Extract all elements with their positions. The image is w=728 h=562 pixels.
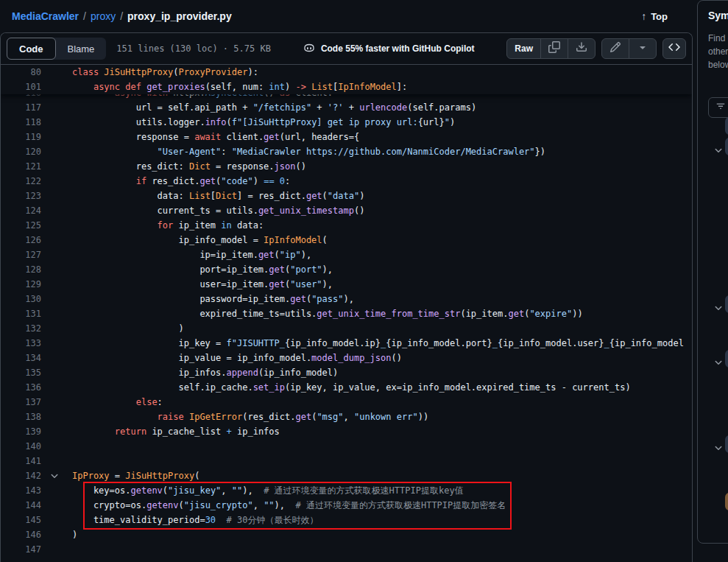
code-text: expired_time_ts=utils.get_unix_time_from… bbox=[72, 306, 692, 321]
code-text: time_validity_period=30 # 30分钟（最长时效） bbox=[72, 513, 692, 527]
code-viewport: 116 async with httpx.AsyncClient() as cl… bbox=[1, 65, 692, 562]
gutter-spacer bbox=[41, 336, 72, 351]
symbols-toggle-button[interactable] bbox=[662, 38, 686, 59]
code-line-120: 120 "User-Agent": "MediaCrawler https://… bbox=[1, 144, 692, 159]
code-text: ) bbox=[72, 321, 692, 336]
gutter-spacer bbox=[41, 483, 72, 498]
code-line-145: 145 time_validity_period=30 # 30分钟（最长时效） bbox=[1, 513, 692, 527]
code-line-132: 132 ) bbox=[1, 321, 692, 336]
code-text: async def get_proxies(self, num: int) ->… bbox=[72, 80, 692, 94]
raw-button[interactable]: Raw bbox=[507, 39, 540, 58]
symbol-item[interactable] bbox=[698, 295, 728, 313]
symbol-item[interactable] bbox=[698, 138, 728, 155]
breadcrumb-repo-link[interactable]: MediaCrawler bbox=[12, 10, 79, 22]
line-number[interactable]: 140 bbox=[1, 439, 41, 454]
line-number[interactable]: 124 bbox=[1, 203, 41, 218]
code-text: if res_dict.get("code") == 0: bbox=[72, 174, 692, 189]
line-number[interactable]: 122 bbox=[1, 174, 41, 189]
line-number[interactable]: 133 bbox=[1, 336, 41, 351]
line-number[interactable]: 138 bbox=[1, 410, 41, 424]
line-number[interactable]: 130 bbox=[1, 292, 41, 306]
symbols-filter-input[interactable] bbox=[708, 97, 728, 118]
symbol-item[interactable] bbox=[698, 435, 728, 453]
line-number[interactable]: 147 bbox=[1, 542, 41, 557]
gutter-spacer bbox=[41, 159, 72, 174]
gutter-spacer bbox=[41, 513, 72, 527]
line-number[interactable]: 119 bbox=[1, 130, 41, 144]
code-line-144: 144 crypto=os.getenv("jisu_crypto", ""),… bbox=[1, 498, 692, 513]
line-number[interactable]: 144 bbox=[1, 498, 41, 513]
pencil-icon bbox=[609, 41, 621, 56]
line-number[interactable]: 132 bbox=[1, 321, 41, 336]
line-number[interactable]: 134 bbox=[1, 351, 41, 365]
line-number[interactable]: 128 bbox=[1, 262, 41, 277]
edit-group bbox=[601, 38, 657, 59]
code-line-119: 119 response = await client.get(url, hea… bbox=[1, 130, 692, 144]
collapse-chevron-icon[interactable] bbox=[41, 468, 72, 483]
line-number[interactable]: 129 bbox=[1, 277, 41, 292]
breadcrumb-folder-link[interactable]: proxy bbox=[91, 10, 116, 22]
back-to-top-link[interactable]: ↑ Top bbox=[641, 0, 668, 32]
tab-code[interactable]: Code bbox=[7, 38, 56, 60]
symbol-item-highlight bbox=[725, 493, 728, 510]
copilot-banner[interactable]: Code 55% faster with GitHub Copilot bbox=[303, 42, 475, 56]
gutter-spacer bbox=[41, 454, 72, 468]
gutter-spacer bbox=[41, 498, 72, 513]
line-number[interactable]: 146 bbox=[1, 527, 41, 542]
line-number[interactable]: 101 bbox=[1, 80, 41, 94]
copilot-icon bbox=[303, 42, 315, 56]
line-number[interactable]: 139 bbox=[1, 424, 41, 439]
line-number[interactable]: 145 bbox=[1, 513, 41, 527]
line-number[interactable]: 80 bbox=[1, 65, 41, 80]
code-text: ip=ip_item.get("ip"), bbox=[72, 247, 692, 262]
code-text: password=ip_item.get("pass"), bbox=[72, 292, 692, 306]
gutter-spacer bbox=[41, 233, 72, 247]
gutter-spacer bbox=[41, 262, 72, 277]
copy-button[interactable] bbox=[540, 39, 568, 58]
gutter-spacer bbox=[41, 203, 72, 218]
code-blame-switcher: Code Blame bbox=[7, 38, 106, 60]
gutter-spacer bbox=[41, 218, 72, 233]
line-number[interactable]: 127 bbox=[1, 247, 41, 262]
line-number[interactable]: 142 bbox=[1, 468, 41, 483]
breadcrumb: MediaCrawler / proxy / proxy_ip_provider… bbox=[0, 0, 728, 32]
code-text: return ip_cache_list + ip_infos bbox=[72, 424, 692, 439]
symbols-panel: Symbols Find definitions and references … bbox=[697, 0, 728, 544]
code-text: response = await client.get(url, headers… bbox=[72, 130, 692, 144]
line-number[interactable]: 123 bbox=[1, 189, 41, 203]
line-number[interactable]: 120 bbox=[1, 144, 41, 159]
code-line-127: 127 ip=ip_item.get("ip"), bbox=[1, 247, 692, 262]
symbols-panel-title: Symbols bbox=[708, 10, 728, 21]
line-number[interactable]: 121 bbox=[1, 159, 41, 174]
line-number[interactable]: 117 bbox=[1, 100, 41, 115]
line-number[interactable]: 137 bbox=[1, 395, 41, 410]
line-number[interactable]: 143 bbox=[1, 483, 41, 498]
symbol-item[interactable] bbox=[698, 350, 728, 368]
line-number[interactable]: 125 bbox=[1, 218, 41, 233]
code-text: else: bbox=[72, 395, 692, 410]
symbol-item[interactable] bbox=[698, 493, 728, 510]
line-number[interactable]: 135 bbox=[1, 365, 41, 380]
symbol-item[interactable] bbox=[698, 117, 728, 135]
gutter-spacer bbox=[41, 144, 72, 159]
code-line-142: 142IpProxy = JiSuHttpProxy( bbox=[1, 468, 692, 483]
code-text: ip_info_model = IpInfoModel( bbox=[72, 233, 692, 247]
copy-icon bbox=[548, 41, 560, 56]
line-number[interactable]: 126 bbox=[1, 233, 41, 247]
line-number[interactable]: 141 bbox=[1, 454, 41, 468]
gutter-spacer bbox=[41, 424, 72, 439]
code-line-140: 140 bbox=[1, 439, 692, 454]
code-line-135: 135 ip_infos.append(ip_info_model) bbox=[1, 365, 692, 380]
symbol-item-highlight bbox=[725, 117, 728, 135]
edit-dropdown-button[interactable] bbox=[629, 39, 656, 58]
line-number[interactable]: 131 bbox=[1, 306, 41, 321]
line-number[interactable]: 136 bbox=[1, 380, 41, 395]
tab-blame[interactable]: Blame bbox=[56, 38, 107, 60]
code-line-131: 131 expired_time_ts=utils.get_unix_time_… bbox=[1, 306, 692, 321]
gutter-spacer bbox=[41, 542, 72, 557]
edit-button[interactable] bbox=[602, 39, 629, 58]
download-button[interactable] bbox=[568, 39, 595, 58]
code-text: ip_value = ip_info_model.model_dump_json… bbox=[72, 351, 692, 365]
code-text: crypto=os.getenv("jisu_crypto", ""), # 通… bbox=[72, 498, 692, 513]
line-number[interactable]: 118 bbox=[1, 115, 41, 130]
